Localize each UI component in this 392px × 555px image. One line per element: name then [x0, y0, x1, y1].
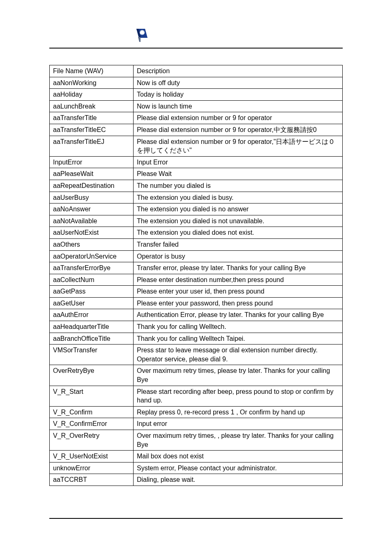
description-cell: Thank you for calling Welltech.	[134, 321, 343, 333]
description-cell: Please enter destination number,then pre…	[134, 274, 343, 286]
table-row: aaUserNotExistThe extension you dialed d…	[50, 227, 343, 239]
description-cell: Dialing, please wait.	[134, 474, 343, 486]
file-name-cell: aaNotAvailable	[50, 215, 134, 227]
table-row: aaRepeatDestinationThe number you dialed…	[50, 180, 343, 192]
table-row: aaTransferTitlePlease dial extension num…	[50, 112, 343, 124]
file-name-cell: aaUserBusy	[50, 192, 134, 204]
file-name-cell: aaTransferTitle	[50, 112, 134, 124]
file-name-cell: aaBranchOfficeTitle	[50, 333, 134, 345]
file-name-cell: aaRepeatDestination	[50, 180, 134, 192]
table-row: aaPleaseWaitPlease Wait	[50, 168, 343, 180]
description-cell: Transfer error, please try later. Thanks…	[134, 262, 343, 274]
table-row: aaOthersTransfer failed	[50, 238, 343, 250]
description-cell: The number you dialed is	[134, 180, 343, 192]
file-name-cell: V_R_ConfirmError	[50, 418, 134, 430]
description-cell: Over maximum retry times, please try lat…	[134, 365, 343, 386]
description-cell: The extension you dialed is not unavaila…	[134, 215, 343, 227]
description-cell: Now is launch time	[134, 100, 343, 112]
description-cell: Transfer failed	[134, 238, 343, 250]
file-name-cell: V_R_OverRetry	[50, 430, 134, 451]
file-name-cell: aaLunchBreak	[50, 100, 134, 112]
description-cell: Input Error	[134, 156, 343, 168]
table-row: aaHeadquarterTitleThank you for calling …	[50, 321, 343, 333]
file-name-cell: aaAuthError	[50, 309, 134, 321]
table-row: VMSorTransferPress star to leave message…	[50, 345, 343, 365]
table-row: aaGetUserPlease enter your password, the…	[50, 297, 343, 309]
file-name-cell: aaHoliday	[50, 89, 134, 101]
table-row: V_R_ConfirmReplay press 0, re-record pre…	[50, 406, 343, 418]
file-name-cell: aaCollectNum	[50, 274, 134, 286]
page-footer-rule	[49, 518, 343, 519]
table-row: OverRetryByeOver maximum retry times, pl…	[50, 365, 343, 386]
file-name-cell: aaOperatorUnService	[50, 250, 134, 262]
svg-point-0	[140, 30, 145, 35]
table-row: aaUserBusyThe extension you dialed is bu…	[50, 192, 343, 204]
file-name-cell: aaHeadquarterTitle	[50, 321, 134, 333]
table-row: aaLunchBreakNow is launch time	[50, 100, 343, 112]
description-cell: Please Wait	[134, 168, 343, 180]
description-cell: Today is holiday	[134, 89, 343, 101]
table-row: aaTCCRBTDialing, please wait.	[50, 474, 343, 486]
file-name-cell: VMSorTransfer	[50, 345, 134, 365]
file-name-cell: aaTransferErrorBye	[50, 262, 134, 274]
description-cell: Press star to leave message or dial exte…	[134, 345, 343, 365]
table-row: aaNotAvailableThe extension you dialed i…	[50, 215, 343, 227]
description-cell: Replay press 0, re-record press 1 , Or c…	[134, 406, 343, 418]
table-row: aaBranchOfficeTitleThank you for calling…	[50, 333, 343, 345]
table-row: aaTransferTitleEJPlease dial extension n…	[50, 136, 343, 156]
file-name-cell: OverRetryBye	[50, 365, 134, 386]
description-cell: The extension you dialed is no answer	[134, 204, 343, 215]
file-name-cell: aaNoAnswer	[50, 204, 134, 215]
description-cell: Mail box does not exist	[134, 451, 343, 462]
page: File Name (WAV)DescriptionaaNonWorkingNo…	[0, 0, 392, 555]
file-name-cell: aaTransferTitleEC	[50, 124, 134, 136]
table-row: aaAuthErrorAuthentication Error, please …	[50, 309, 343, 321]
table-row: aaTransferTitleECPlease dial extension n…	[50, 124, 343, 136]
table-row: unknowErrorSystem error, Please contact …	[50, 462, 343, 474]
table-row: V_R_StartPlease start recording after be…	[50, 386, 343, 406]
file-name-cell: aaOthers	[50, 238, 134, 250]
file-name-cell: aaGetPass	[50, 286, 134, 298]
file-name-cell: V_R_Start	[50, 386, 134, 406]
description-cell: Please dial extension number or 9 for op…	[134, 124, 343, 136]
wav-description-table: File Name (WAV)DescriptionaaNonWorkingNo…	[49, 65, 343, 486]
file-name-cell: aaNonWorking	[50, 77, 134, 89]
table-row: aaOperatorUnServiceOperator is busy	[50, 250, 343, 262]
file-name-cell: aaTransferTitleEJ	[50, 136, 134, 156]
table-row: aaNonWorkingNow is off duty	[50, 77, 343, 89]
table-row: V_R_ConfirmErrorInput error	[50, 418, 343, 430]
description-cell: Over maximum retry times, , please try l…	[134, 430, 343, 451]
description-cell: Authentication Error, please try later. …	[134, 309, 343, 321]
file-name-cell: V_R_Confirm	[50, 406, 134, 418]
table-row: aaHolidayToday is holiday	[50, 89, 343, 101]
description-cell: Now is off duty	[134, 77, 343, 89]
file-name-cell: unknowError	[50, 462, 134, 474]
description-cell: System error, Please contact your admini…	[134, 462, 343, 474]
table-row: File Name (WAV)Description	[50, 65, 343, 77]
description-cell: The extension you dialed is busy.	[134, 192, 343, 204]
description-cell: Please dial extension number or 9 for op…	[134, 136, 343, 156]
description-cell: Please enter your user id, then press po…	[134, 286, 343, 298]
description-cell: Please start recording after beep, press…	[134, 386, 343, 406]
file-name-cell: V_R_UserNotExist	[50, 451, 134, 462]
file-name-cell: aaPleaseWait	[50, 168, 134, 180]
table-row: V_R_UserNotExistMail box does not exist	[50, 451, 343, 462]
table-row: aaGetPassPlease enter your user id, then…	[50, 286, 343, 298]
table-row: aaNoAnswerThe extension you dialed is no…	[50, 204, 343, 215]
pin-icon	[134, 28, 148, 42]
description-cell: Please enter your password, then press p…	[134, 297, 343, 309]
table-row: aaCollectNumPlease enter destination num…	[50, 274, 343, 286]
description-cell: Input error	[134, 418, 343, 430]
page-header	[49, 28, 343, 49]
table-row: aaTransferErrorByeTransfer error, please…	[50, 262, 343, 274]
description-cell: Description	[134, 65, 343, 77]
description-cell: The extension you dialed does not exist.	[134, 227, 343, 239]
description-cell: Thank you for calling Welltech Taipei.	[134, 333, 343, 345]
description-cell: Operator is busy	[134, 250, 343, 262]
logo	[134, 28, 148, 42]
table-row: V_R_OverRetryOver maximum retry times, ,…	[50, 430, 343, 451]
file-name-cell: aaUserNotExist	[50, 227, 134, 239]
file-name-cell: aaTCCRBT	[50, 474, 134, 486]
file-name-cell: aaGetUser	[50, 297, 134, 309]
file-name-cell: File Name (WAV)	[50, 65, 134, 77]
